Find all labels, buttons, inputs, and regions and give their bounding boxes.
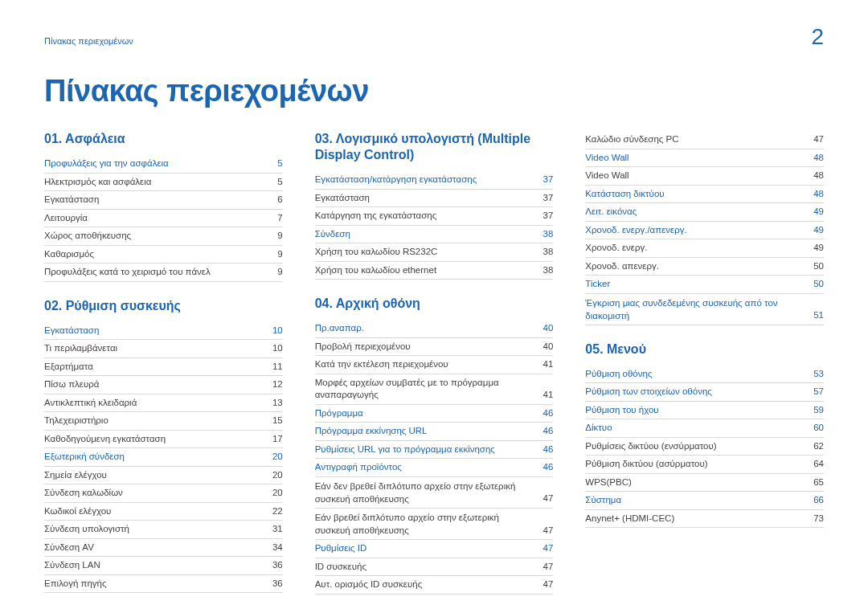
toc-item-label: Αντιγραφή προϊόντος <box>315 461 537 474</box>
toc-item-page: 66 <box>813 494 824 507</box>
toc-item-page: 22 <box>272 505 283 518</box>
toc-item[interactable]: Ρυθμίσεις URL για το πρόγραμμα εκκίνησης… <box>315 441 554 460</box>
toc-item[interactable]: Λειτ. εικόνας49 <box>585 203 824 222</box>
toc-item[interactable]: Δίκτυο60 <box>585 419 824 438</box>
toc-item[interactable]: Ρύθμιση των στοιχείων οθόνης57 <box>585 383 824 402</box>
toc-item[interactable]: Εγκατάσταση10 <box>44 322 283 341</box>
toc-item[interactable]: Επιλογή πηγής36 <box>44 575 283 594</box>
toc-item[interactable]: Προφυλάξεις για την ασφάλεια5 <box>44 155 283 174</box>
toc-item[interactable]: Χρονοδ. ενεργ./απενεργ.49 <box>585 222 824 240</box>
toc-item[interactable]: Μορφές αρχείων συμβατές με το πρόγραμμα … <box>315 374 554 405</box>
toc-item[interactable]: Καθαρισμός9 <box>44 246 283 264</box>
toc-item[interactable]: Αυτ. ορισμός ID συσκευής47 <box>315 576 554 595</box>
toc-item-label: Σύνδεση LAN <box>44 559 266 572</box>
toc-item[interactable]: Πρ.αναπαρ.40 <box>315 320 554 338</box>
toc-item-page: 46 <box>543 443 554 456</box>
toc-item-label: Προβολή περιεχομένου <box>315 341 537 353</box>
toc-item[interactable]: Κατάργηση της εγκατάστασης37 <box>315 207 554 226</box>
toc-item[interactable]: Σύνδεση καλωδίων20 <box>44 484 283 503</box>
toc-item[interactable]: Κατά την εκτέλεση περιεχομένου41 <box>315 356 554 374</box>
toc-item-page: 36 <box>272 559 283 572</box>
toc-item[interactable]: Εξωτερική σύνδεση20 <box>44 448 283 467</box>
toc-item-label: Video Wall <box>585 170 807 182</box>
toc-item[interactable]: ID συσκευής47 <box>315 558 554 577</box>
chapter-heading[interactable]: 03. Λογισμικό υπολογιστή (Multiple Displ… <box>315 131 554 163</box>
toc-item-page: 48 <box>813 170 824 182</box>
toc-item-label: Σύνδεση υπολογιστή <box>44 523 266 536</box>
toc-item-label: Κατάργηση της εγκατάστασης <box>315 210 537 223</box>
toc-item[interactable]: Ρύθμιση δικτύου (ασύρματου)64 <box>585 456 824 474</box>
toc-item[interactable]: Τι περιλαμβάνεται10 <box>44 340 283 358</box>
toc-item-label: Εγκατάσταση <box>44 194 271 206</box>
toc-item[interactable]: Εγκατάσταση6 <box>44 191 283 210</box>
toc-item[interactable]: Ηλεκτρισμός και ασφάλεια5 <box>44 174 283 192</box>
toc-item-label: Αυτ. ορισμός ID συσκευής <box>315 578 537 591</box>
toc-item[interactable]: Σημεία ελέγχου20 <box>44 467 283 485</box>
toc-item-page: 41 <box>543 389 554 402</box>
toc-item-label: Κωδικοί ελέγχου <box>44 505 266 518</box>
toc-item-page: 7 <box>277 212 282 225</box>
toc-item[interactable]: Προβολή περιεχομένου40 <box>315 338 554 357</box>
toc-item-page: 11 <box>272 361 283 374</box>
toc-item[interactable]: Λειτουργία7 <box>44 210 283 228</box>
toc-item-label: Ρυθμίσεις URL για το πρόγραμμα εκκίνησης <box>315 443 537 456</box>
chapter-heading[interactable]: 01. Ασφάλεια <box>44 131 283 147</box>
toc-item[interactable]: Χρονοδ. απενεργ.50 <box>585 258 824 276</box>
toc-item-page: 46 <box>543 407 554 420</box>
toc-item[interactable]: Εάν δεν βρεθεί διπλότυπο αρχείο στην εξω… <box>315 477 554 509</box>
toc-item[interactable]: WPS(PBC)65 <box>585 474 824 492</box>
toc-item[interactable]: Ticker50 <box>585 276 824 294</box>
toc-item-label: Τηλεχειριστήριο <box>44 415 266 427</box>
toc-item[interactable]: Αντικλεπτική κλειδαριά13 <box>44 394 283 413</box>
toc-item[interactable]: Εξαρτήματα11 <box>44 358 283 377</box>
toc-item-page: 46 <box>543 425 554 438</box>
toc-item[interactable]: Σύστημα66 <box>585 492 824 510</box>
toc-item-page: 5 <box>277 176 282 189</box>
toc-item-label: Καθοδηγούμενη εγκατάσταση <box>44 433 266 446</box>
toc-item[interactable]: Εάν βρεθεί διπλότυπο αρχείο στην εξωτερι… <box>315 509 554 540</box>
toc-item[interactable]: Χρήση του καλωδίου RS232C38 <box>315 243 554 262</box>
toc-item[interactable]: Καλώδιο σύνδεσης PC47 <box>585 131 824 149</box>
toc-item[interactable]: Πίσω πλευρά12 <box>44 376 283 394</box>
toc-item-label: Κατά την εκτέλεση περιεχομένου <box>315 358 537 371</box>
toc-item[interactable]: Ρυθμίσεις ID47 <box>315 540 554 558</box>
toc-item[interactable]: Σύνδεση υπολογιστή31 <box>44 521 283 539</box>
toc-item-page: 59 <box>813 404 824 417</box>
toc-item[interactable]: Anynet+ (HDMI-CEC)73 <box>585 510 824 529</box>
toc-item-label: Εξαρτήματα <box>44 361 266 374</box>
toc-item[interactable]: Προφυλάξεις κατά το χειρισμό του πάνελ9 <box>44 264 283 282</box>
toc-item-label: Δίκτυο <box>585 422 807 435</box>
toc-item[interactable]: Έγκριση μιας συνδεδεμένης συσκευής από τ… <box>585 294 824 325</box>
toc-item[interactable]: Ρύθμιση του ήχου59 <box>585 402 824 420</box>
toc-item[interactable]: Πρόγραμμα εκκίνησης URL46 <box>315 423 554 441</box>
toc-item[interactable]: Πρόγραμμα46 <box>315 405 554 423</box>
toc-item[interactable]: Εγκατάσταση37 <box>315 190 554 208</box>
toc-item-page: 50 <box>813 278 824 291</box>
toc-item-label: Χρονοδ. ενεργ./απενεργ. <box>585 224 807 237</box>
toc-item[interactable]: Χρονοδ. ενεργ.49 <box>585 239 824 258</box>
toc-item[interactable]: Σύνδεση AV34 <box>44 539 283 558</box>
toc-item-page: 65 <box>813 476 824 489</box>
toc-item[interactable]: Χώρος αποθήκευσης9 <box>44 227 283 246</box>
toc-item[interactable]: Video Wall48 <box>585 167 824 186</box>
toc-item[interactable]: Σύνδεση38 <box>315 226 554 244</box>
toc-item-page: 73 <box>813 513 824 525</box>
toc-item[interactable]: Χρήση του καλωδίου ethernet38 <box>315 262 554 280</box>
toc-column: Καλώδιο σύνδεσης PC47Video Wall48Video W… <box>585 131 824 595</box>
toc-item[interactable]: Κωδικοί ελέγχου22 <box>44 503 283 521</box>
toc-item[interactable]: Τηλεχειριστήριο15 <box>44 412 283 431</box>
toc-item[interactable]: Ρυθμίσεις δικτύου (ενσύρματου)62 <box>585 438 824 456</box>
toc-item[interactable]: Εγκατάσταση/κατάργηση εγκατάστασης37 <box>315 171 554 190</box>
chapter-heading[interactable]: 02. Ρύθμιση συσκευής <box>44 298 283 314</box>
chapter-heading[interactable]: 05. Μενού <box>585 341 824 358</box>
toc-item[interactable]: Καθοδηγούμενη εγκατάσταση17 <box>44 431 283 449</box>
toc-item-page: 50 <box>813 260 824 273</box>
toc-item[interactable]: Ρύθμιση οθόνης53 <box>585 366 824 384</box>
toc-item-label: Πρ.αναπαρ. <box>315 322 537 335</box>
toc-item[interactable]: Video Wall48 <box>585 149 824 168</box>
toc-item[interactable]: Αντιγραφή προϊόντος46 <box>315 459 554 477</box>
toc-item-label: Καλώδιο σύνδεσης PC <box>585 133 807 146</box>
toc-item[interactable]: Σύνδεση LAN36 <box>44 557 283 575</box>
toc-item[interactable]: Κατάσταση δικτύου48 <box>585 186 824 204</box>
chapter-heading[interactable]: 04. Αρχική οθόνη <box>315 296 554 312</box>
